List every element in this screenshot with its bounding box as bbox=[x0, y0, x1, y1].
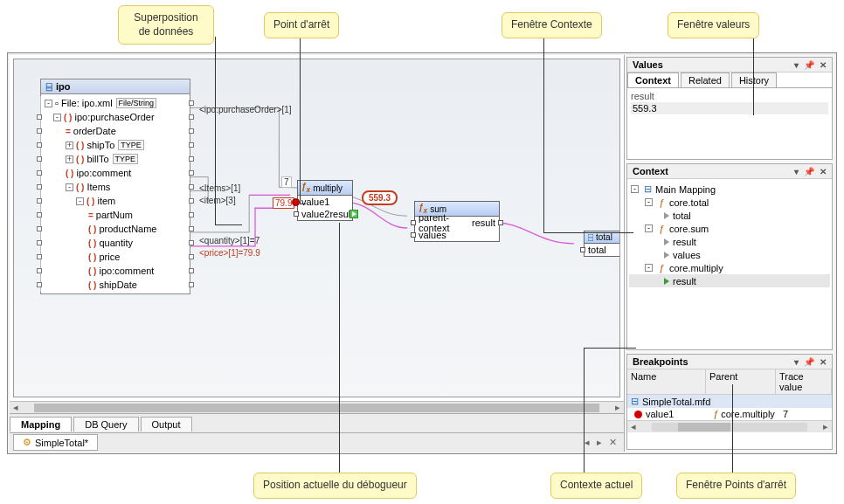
mapping-pane: ⌸ ipo - ▫ File: ipo.xml File/String bbox=[10, 55, 625, 452]
scroll-left-icon[interactable]: ◂ bbox=[627, 421, 640, 432]
fn-multiply-value2[interactable]: value2 result bbox=[298, 208, 352, 220]
tree-row[interactable]: ( )quantity bbox=[41, 236, 190, 250]
fn-sum[interactable]: ƒxsum parent-context result values bbox=[414, 201, 500, 242]
panel-pin-icon[interactable]: 📌 bbox=[804, 60, 814, 70]
bp-col-parent[interactable]: Parent bbox=[706, 369, 776, 394]
tree-row[interactable]: +( )shipToTYPE bbox=[41, 138, 190, 152]
ctx-result-current[interactable]: result bbox=[629, 274, 830, 287]
tree-row[interactable]: =partNum bbox=[41, 208, 190, 222]
breakpoint-dot-icon bbox=[634, 411, 642, 418]
file-icon: ▫ bbox=[55, 98, 59, 108]
callout-bp-window: Fenêtre Points d'arrêt bbox=[676, 473, 796, 499]
app-window: ⌸ ipo - ▫ File: ipo.xml File/String bbox=[7, 52, 837, 454]
panel-menu-icon[interactable]: ▾ bbox=[794, 357, 799, 367]
ctx-total[interactable]: total bbox=[629, 209, 830, 222]
target-row-total[interactable]: total bbox=[585, 244, 620, 256]
scroll-right-icon[interactable]: ▸ bbox=[612, 402, 624, 413]
context-tree: -⊟Main Mapping -ƒcore.total total -ƒcore… bbox=[627, 179, 832, 291]
file-badge[interactable]: File/String bbox=[116, 98, 157, 108]
panel-close-icon[interactable]: ✕ bbox=[820, 167, 827, 176]
fn-multiply-value1[interactable]: value1 bbox=[298, 196, 352, 208]
bp-col-name[interactable]: Name bbox=[627, 369, 706, 394]
fn-icon: ƒ bbox=[713, 409, 718, 419]
bp-hscroll[interactable]: ◂ ▸ bbox=[627, 420, 832, 432]
source-component-ipo[interactable]: ⌸ ipo - ▫ File: ipo.xml File/String bbox=[40, 79, 190, 294]
target-title: ⌸total bbox=[585, 231, 620, 244]
current-debug-position[interactable] bbox=[349, 210, 358, 218]
callout-context-window: Fenêtre Contexte bbox=[502, 12, 602, 38]
callout-breakpoint: Point d'arrêt bbox=[264, 12, 339, 38]
doc-nav-close-icon[interactable]: ✕ bbox=[609, 437, 617, 448]
breakpoint-dot[interactable] bbox=[292, 198, 300, 206]
schema-icon: ⌸ bbox=[46, 81, 52, 92]
overlay-quantity: <quantity>[1]=7 bbox=[199, 236, 259, 245]
source-title[interactable]: ⌸ ipo bbox=[41, 79, 190, 94]
panel-pin-icon[interactable]: 📌 bbox=[804, 357, 814, 367]
doc-nav-prev-icon[interactable]: ◂ bbox=[585, 437, 590, 448]
file-label: File: ipo.xml bbox=[61, 98, 113, 108]
values-body: result 559.3 bbox=[627, 88, 832, 116]
panel-context: Context ▾ 📌 ✕ -⊟Main Mapping -ƒcore.tota… bbox=[626, 163, 833, 350]
target-total[interactable]: ⌸total total bbox=[584, 231, 620, 257]
ctx-values[interactable]: values bbox=[629, 248, 830, 261]
ctx-core-total[interactable]: -ƒcore.total bbox=[629, 196, 830, 209]
panel-pin-icon[interactable]: 📌 bbox=[804, 167, 814, 176]
tab-mapping[interactable]: Mapping bbox=[10, 417, 72, 432]
tree-row[interactable]: ( )ipo:comment bbox=[41, 264, 190, 278]
callout-values-window: Fenêtre valeurs bbox=[668, 12, 759, 38]
ctx-result[interactable]: result bbox=[629, 235, 830, 248]
canvas-hscroll[interactable]: ◂ ▸ bbox=[10, 401, 624, 413]
panel-close-icon[interactable]: ✕ bbox=[820, 60, 827, 70]
overlay-price: <price>[1]=79.9 bbox=[199, 248, 260, 258]
panel-close-icon[interactable]: ✕ bbox=[820, 357, 827, 367]
ctx-main-mapping[interactable]: -⊟Main Mapping bbox=[629, 183, 830, 196]
scroll-right-icon[interactable]: ▸ bbox=[820, 421, 832, 432]
tab-output[interactable]: Output bbox=[141, 417, 192, 432]
values-row[interactable]: 559.3 bbox=[631, 102, 828, 114]
ctx-core-sum[interactable]: -ƒcore.sum bbox=[629, 222, 830, 235]
values-tab-context[interactable]: Context bbox=[627, 72, 679, 87]
doc-tab-simpletotal[interactable]: ⚙ SimpleTotal* bbox=[13, 434, 98, 451]
callout-data-overlay: Superposition de données bbox=[118, 5, 214, 45]
tree-row[interactable]: ( )productName bbox=[41, 222, 190, 236]
scroll-left-icon[interactable]: ◂ bbox=[10, 402, 22, 413]
overlay-purchaseorder: <ipo:purchaseOrder>[1] bbox=[199, 105, 292, 114]
bp-file-row[interactable]: ⊟ SimpleTotal.mfd bbox=[627, 395, 832, 408]
tree-file-row[interactable]: - ▫ File: ipo.xml File/String bbox=[41, 96, 190, 110]
tree-row[interactable]: +( )billToTYPE bbox=[41, 152, 190, 166]
fn-sum-parent-context[interactable]: parent-context result bbox=[415, 217, 499, 229]
mapping-canvas[interactable]: ⌸ ipo - ▫ File: ipo.xml File/String bbox=[13, 59, 620, 397]
panel-menu-icon[interactable]: ▾ bbox=[794, 167, 799, 176]
tree-row[interactable]: ( )shipDate bbox=[41, 278, 190, 292]
callout-debug-position: Position actuelle du débogueur bbox=[253, 473, 417, 499]
overlay-result-bubble: 559.3 bbox=[362, 190, 398, 205]
tab-dbquery[interactable]: DB Query bbox=[73, 417, 138, 432]
tree-row[interactable]: -( )item bbox=[41, 194, 190, 208]
doc-nav: ◂ ▸ ✕ bbox=[585, 437, 624, 448]
ctx-core-multiply[interactable]: -ƒcore.multiply bbox=[629, 261, 830, 274]
values-tab-related[interactable]: Related bbox=[681, 72, 730, 87]
fn-sum-values[interactable]: values bbox=[415, 229, 499, 241]
doc-nav-next-icon[interactable]: ▸ bbox=[597, 437, 602, 448]
bp-table: Name Parent Trace value ⊟ SimpleTotal.mf… bbox=[627, 369, 832, 420]
toggle-icon[interactable]: - bbox=[45, 100, 52, 107]
tree-row[interactable]: =orderDate bbox=[41, 124, 190, 138]
source-title-text: ipo bbox=[56, 81, 71, 92]
panel-breakpoints: Breakpoints ▾ 📌 ✕ Name Parent Trace valu… bbox=[626, 354, 833, 450]
doc-icon: ⚙ bbox=[23, 437, 31, 448]
panel-breakpoints-title: Breakpoints bbox=[633, 356, 688, 367]
tree-row[interactable]: -( )Items bbox=[41, 180, 190, 194]
bp-row[interactable]: value1 ƒ core.multiply 7 bbox=[627, 408, 832, 420]
callout-current-context: Contexte actuel bbox=[550, 473, 642, 499]
panel-menu-icon[interactable]: ▾ bbox=[794, 60, 799, 70]
document-tabs: ⚙ SimpleTotal* ◂ ▸ ✕ bbox=[10, 432, 624, 452]
panel-values: Values ▾ 📌 ✕ Context Related History re bbox=[626, 57, 833, 160]
tree-row[interactable]: -( )ipo:purchaseOrder bbox=[41, 110, 190, 124]
bp-col-trace[interactable]: Trace value bbox=[776, 369, 832, 394]
tree-row[interactable]: ( )price bbox=[41, 250, 190, 264]
tree-row[interactable]: ( )ipo:comment bbox=[41, 166, 190, 180]
mapping-file-icon: ⊟ bbox=[631, 396, 639, 407]
values-header: result bbox=[631, 90, 828, 102]
fn-multiply[interactable]: ƒxmultiply value1 value2 result bbox=[297, 180, 353, 221]
overlay-item: <item>[3] bbox=[199, 196, 236, 205]
